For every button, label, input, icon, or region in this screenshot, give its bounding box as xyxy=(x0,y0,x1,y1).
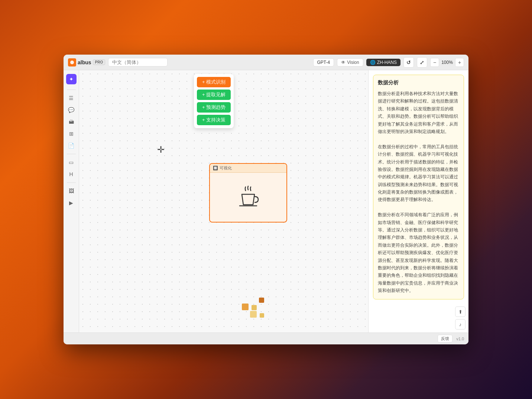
viz-card[interactable]: 🔲 可视化 xyxy=(209,163,287,223)
comment-icon: 💬 xyxy=(68,107,74,113)
analysis-para3: 数据分析在不同领域有着广泛的应用，例如市场营销、金融、医疗保健和科学研究等。通过… xyxy=(378,211,459,294)
music-action-button[interactable]: ♪ xyxy=(455,319,466,330)
file-tool-button[interactable]: 📄 xyxy=(66,140,77,151)
zoom-out-button[interactable]: − xyxy=(430,58,439,67)
bottom-bar: 反馈 v1.0 xyxy=(64,332,468,344)
coffee-cup-svg xyxy=(235,184,261,210)
support-decisions-button[interactable]: + 支持决策 xyxy=(197,115,231,125)
zoom-controls: − 100% + xyxy=(430,58,464,67)
canvas-menu-card: + 模式识别 + 提取见解 + 预测趋势 + 支持决策 xyxy=(194,74,234,128)
lang-button[interactable]: 🌐 ZH-HANS xyxy=(366,59,400,66)
video-icon: ▶ xyxy=(69,200,73,206)
right-panel-actions: ⬆ ♪ xyxy=(369,304,468,332)
version-badge: v1.0 xyxy=(456,337,464,341)
titlebar: albus PRO GPT-4 👁 Vision 🌐 ZH-HANS ↺ ⤢ − xyxy=(64,55,468,70)
add-tool-button[interactable]: ✦ xyxy=(66,74,77,84)
viz-card-header: 🔲 可视化 xyxy=(210,164,286,173)
table-icon: ⊞ xyxy=(69,131,74,137)
albus-logo-svg xyxy=(69,60,75,65)
analysis-body: 数据分析是利用各种技术和方法对大量数据进行研究和解释的过程。这包括数据清洗、转换… xyxy=(378,90,459,295)
canvas-area[interactable]: + 模式识别 + 提取见解 + 预测趋势 + 支持决策 ✛ 🔲 可视化 xyxy=(79,70,368,332)
expand-icon: ⤢ xyxy=(420,59,424,65)
eye-icon: 👁 xyxy=(341,60,346,65)
zoom-in-button[interactable]: + xyxy=(455,58,464,67)
expand-icon-btn[interactable]: ⤢ xyxy=(417,57,427,68)
extract-insights-button[interactable]: + 提取见解 xyxy=(197,90,231,100)
rect-icon: ▭ xyxy=(69,159,74,165)
image-tool-button[interactable]: 🏔 xyxy=(66,117,77,127)
table-tool-button[interactable]: ⊞ xyxy=(66,129,77,139)
photo-icon: 🖼 xyxy=(69,188,74,194)
analysis-title: 数据分析 xyxy=(378,80,459,86)
deco-pattern xyxy=(237,300,267,321)
app-name: albus xyxy=(78,59,91,65)
viz-card-body xyxy=(210,173,286,221)
toolbar-divider-3 xyxy=(67,182,76,183)
pattern-recognition-button[interactable]: + 模式识别 xyxy=(197,77,231,87)
svg-point-0 xyxy=(70,61,74,64)
refresh-icon-btn[interactable]: ↺ xyxy=(403,57,414,68)
vision-button[interactable]: 👁 Vision xyxy=(337,58,363,66)
video-button[interactable]: ▶ xyxy=(66,198,77,208)
move-cursor: ✛ xyxy=(157,145,165,155)
upload-action-button[interactable]: ⬆ xyxy=(455,306,466,317)
albus-logo: albus PRO xyxy=(68,58,105,66)
main-content: ✦ ☰ 💬 🏔 ⊞ 📄 ▭ H xyxy=(64,70,468,332)
photo-button[interactable]: 🖼 xyxy=(66,186,77,196)
right-panel-content: 数据分析 数据分析是利用各种技术和方法对大量数据进行研究和解释的过程。这包括数据… xyxy=(369,70,468,304)
predict-trends-button[interactable]: + 预测趋势 xyxy=(197,102,231,113)
lang-flag-icon: 🌐 xyxy=(370,60,376,65)
shape-rect-button[interactable]: ▭ xyxy=(66,157,77,168)
albus-icon xyxy=(68,58,76,66)
viz-icon: 🔲 xyxy=(213,166,218,171)
language-input[interactable] xyxy=(108,58,168,66)
model-button[interactable]: GPT-4 xyxy=(313,58,334,66)
toolbar-divider-2 xyxy=(67,154,76,154)
right-panel: 数据分析 数据分析是利用各种技术和方法对大量数据进行研究和解释的过程。这包括数据… xyxy=(368,70,468,332)
analysis-para1: 数据分析是利用各种技术和方法对大量数据进行研究和解释的过程。这包括数据清洗、转换… xyxy=(378,90,459,135)
image-icon: 🏔 xyxy=(69,119,74,125)
feedback-button[interactable]: 反馈 xyxy=(438,335,452,343)
heading-button[interactable]: H xyxy=(66,169,77,179)
pro-badge: PRO xyxy=(93,59,106,65)
toolbar-divider-1 xyxy=(67,90,76,90)
analysis-card: 数据分析 数据分析是利用各种技术和方法对大量数据进行研究和解释的过程。这包括数据… xyxy=(373,75,464,299)
file-icon: 📄 xyxy=(68,143,74,149)
left-toolbar: ✦ ☰ 💬 🏔 ⊞ 📄 ▭ H xyxy=(64,70,79,332)
titlebar-left: albus PRO xyxy=(68,58,168,66)
heading-icon: H xyxy=(69,171,73,177)
zoom-value: 100% xyxy=(441,60,454,65)
plus-icon: ✦ xyxy=(69,76,74,82)
analysis-para2: 在数据分析的过程中，常用的工具包括统计分析、数据挖掘、机器学习和可视化技术。统计… xyxy=(378,143,459,204)
comment-tool-button[interactable]: 💬 xyxy=(66,105,77,115)
titlebar-right: GPT-4 👁 Vision 🌐 ZH-HANS ↺ ⤢ − 100% + xyxy=(313,57,464,68)
menu-icon: ☰ xyxy=(69,95,74,101)
refresh-icon: ↺ xyxy=(406,59,411,65)
menu-tool-button[interactable]: ☰ xyxy=(66,93,77,103)
